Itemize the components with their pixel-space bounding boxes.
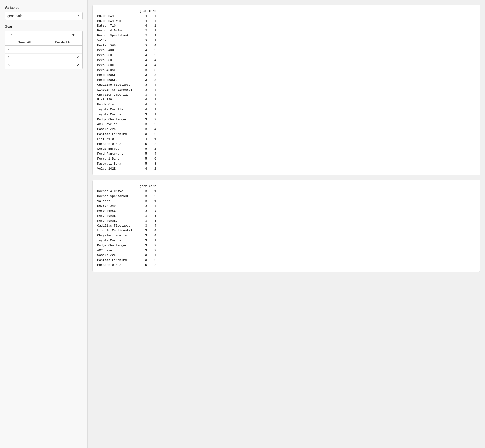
sidebar: Variables gear, carb ▼ Gear 3, 5 ▼ Selec… bbox=[0, 0, 87, 448]
gear-selected-display[interactable]: 3, 5 ▼ bbox=[5, 31, 82, 39]
gear-dropdown-arrow-icon: ▼ bbox=[72, 33, 75, 37]
gear-selected-value: 3, 5 bbox=[8, 33, 13, 37]
data-panel-2: gear carb Hornet 4 Drive 3 1 Hornet Spor… bbox=[92, 180, 480, 272]
variables-dropdown-container: gear, carb ▼ bbox=[5, 12, 83, 20]
data-table-2: gear carb Hornet 4 Drive 3 1 Hornet Spor… bbox=[97, 184, 475, 268]
gear-option-3-check: ✓ bbox=[77, 56, 79, 59]
gear-option-4[interactable]: 4 bbox=[5, 46, 82, 54]
gear-multiselect: 3, 5 ▼ Select All Deselect All 4 3 ✓ 5 ✓ bbox=[5, 31, 83, 69]
select-all-button[interactable]: Select All bbox=[5, 39, 44, 46]
data-table-1: gear carb Mazda RX4 4 4 Mazda RX4 Wag 4 … bbox=[97, 9, 475, 171]
gear-option-4-label: 4 bbox=[8, 48, 10, 51]
deselect-all-button[interactable]: Deselect All bbox=[44, 39, 82, 46]
gear-option-5[interactable]: 5 ✓ bbox=[5, 61, 82, 69]
main-content: gear carb Mazda RX4 4 4 Mazda RX4 Wag 4 … bbox=[87, 0, 485, 448]
gear-option-5-label: 5 bbox=[8, 63, 10, 67]
gear-section: Gear 3, 5 ▼ Select All Deselect All 4 3 … bbox=[5, 25, 83, 69]
data-panel-1: gear carb Mazda RX4 4 4 Mazda RX4 Wag 4 … bbox=[92, 5, 480, 175]
variables-label: Variables bbox=[5, 6, 83, 9]
gear-label: Gear bbox=[5, 25, 83, 28]
multiselect-header: Select All Deselect All bbox=[5, 39, 82, 46]
gear-option-5-check: ✓ bbox=[77, 63, 79, 67]
gear-option-3[interactable]: 3 ✓ bbox=[5, 54, 82, 61]
gear-option-3-label: 3 bbox=[8, 56, 10, 59]
variables-select[interactable]: gear, carb bbox=[5, 12, 83, 20]
